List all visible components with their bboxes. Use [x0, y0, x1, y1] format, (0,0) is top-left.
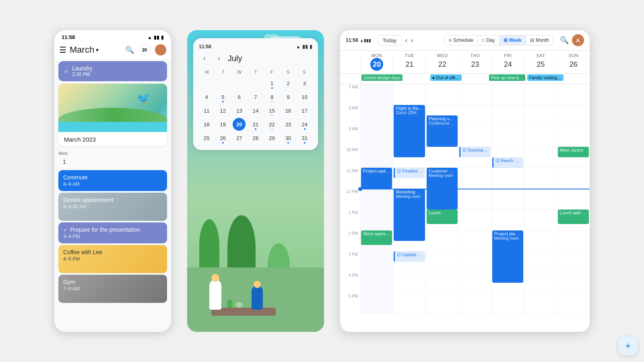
all-day-mon: Zürich design days [360, 74, 403, 84]
wcal-header: 11:58 ▲▮▮▮ Today ‹ › ≡ Schedule □ Day ⊞ … [340, 30, 590, 51]
wcal-day-sat[interactable]: SAT 25 [524, 51, 557, 73]
all-day-tue [403, 74, 429, 84]
battery-icon: ▮ [161, 35, 164, 40]
wcal-prev-btn[interactable]: ‹ [405, 36, 407, 45]
event-time: 8–9 AM [63, 181, 162, 187]
cal-day-8[interactable]: 8 [266, 90, 279, 103]
cal-day-5[interactable]: 5 [217, 90, 229, 103]
cal-day-24[interactable]: 24 [298, 118, 311, 131]
event-coffee[interactable]: Coffee with Lee 4–5 PM [58, 245, 167, 273]
cal-event-1[interactable]: Planning upd…Conference r… [427, 115, 458, 147]
cal-day-1[interactable]: 1 [266, 77, 279, 90]
cal-day-25[interactable]: 25 [200, 132, 213, 144]
event-dentist[interactable]: Dentist appointment 9–9:45 AM [58, 193, 167, 221]
date-icon[interactable]: 20 [139, 44, 150, 56]
wcal-day-mon[interactable]: MON 20 [360, 51, 393, 73]
event-time: 9–9:45 AM [63, 204, 162, 210]
cal-event-14[interactable]: Project plann…Meeting room [492, 230, 523, 283]
wcal-avatar[interactable]: A [572, 34, 584, 46]
cal-day-21[interactable]: 21 [249, 118, 262, 131]
wcal-day-tue[interactable]: TUE 21 [393, 51, 425, 73]
cal-day-7[interactable]: 7 [249, 90, 262, 103]
phone-mock: 11:58 ▲ ▮▮ ▮ ☰ March ▾ 🔍 20 ✓ Laundry 2:… [54, 30, 171, 332]
schedule-day-number: 1 [58, 156, 70, 168]
cal-event-11[interactable]: ☑ Reach out… [492, 157, 523, 168]
wcal-body[interactable]: 7 AM8 AM9 AM10 AM11 AM12 PM1 PM2 PM3 PM4… [340, 84, 590, 332]
cal-event-13[interactable]: Lunch with N… [558, 210, 589, 224]
cal-day-11[interactable]: 11 [200, 104, 213, 117]
wcal-search-icon[interactable]: 🔍 [560, 36, 569, 45]
wcal-day-thu[interactable]: THU 23 [458, 51, 491, 73]
phone-status-icons: ▲ ▮▮ ▮ [147, 35, 164, 40]
cal-day-9[interactable]: 9 [282, 90, 295, 103]
cal-day-29[interactable]: 29 [266, 132, 279, 144]
cal-day-16[interactable]: 16 [282, 104, 295, 117]
cal-day-27[interactable]: 27 [233, 132, 246, 144]
cal-day-13[interactable]: 13 [233, 104, 246, 117]
cal-day-4[interactable]: 4 [200, 90, 213, 103]
cal-day-20[interactable]: 20 [233, 118, 246, 131]
day-header-t: T [215, 70, 231, 74]
bird-decoration: 🐦 [135, 90, 153, 107]
cal-day-26[interactable]: 26 [217, 132, 229, 144]
wcal-month-btn[interactable]: ⊟ Month [526, 35, 553, 45]
tablet-wifi-icon: ▲ [296, 44, 301, 49]
wcal-today-btn[interactable]: Today [378, 35, 402, 46]
all-day-label [340, 74, 360, 84]
event-presentation[interactable]: ✓ Prepare for the presentation 3–4 PM [58, 222, 167, 243]
wcal-week-btn[interactable]: ⊞ Week [500, 35, 526, 45]
avatar[interactable] [155, 44, 166, 56]
cal-day-30[interactable]: 30 [282, 132, 295, 144]
cal-day-10[interactable]: 10 [298, 90, 311, 103]
all-day-event-out[interactable]: ● Out of offi… [430, 74, 462, 81]
wcal-next-btn[interactable]: › [411, 36, 413, 45]
wcal-day-btn[interactable]: □ Day [478, 35, 500, 45]
all-day-event-family[interactable]: Family visiting… [527, 74, 564, 81]
tablet-signal-icon: ▮▮ [302, 44, 308, 49]
wcal-day-wed[interactable]: WED 22 [426, 51, 458, 73]
cal-day-2[interactable]: 2 [282, 77, 295, 90]
event-commute[interactable]: Commute 8–9 AM [58, 170, 167, 191]
calendar-prev-btn[interactable]: ‹ [199, 53, 210, 64]
cal-event-7[interactable]: Lunch [427, 210, 458, 224]
cal-day-14[interactable]: 14 [249, 104, 262, 117]
calendar-next-btn[interactable]: › [213, 53, 225, 64]
cal-event-9[interactable]: ☑ Update sli… [394, 251, 425, 262]
cal-day-19[interactable]: 19 [217, 118, 229, 131]
wcal-view-buttons: ≡ Schedule □ Day ⊞ Week ⊟ Month [444, 35, 553, 45]
wcal-day-fri[interactable]: FRI 24 [491, 51, 524, 73]
search-icon[interactable]: 🔍 [125, 45, 134, 54]
event-gym[interactable]: Gym 7–9 AM [58, 275, 167, 303]
cal-day-18[interactable]: 18 [200, 118, 213, 131]
cal-day-22[interactable]: 22 [266, 118, 279, 131]
hamburger-icon[interactable]: ☰ [59, 45, 66, 55]
cal-day-23[interactable]: 23 [282, 118, 295, 131]
cal-event-3[interactable]: ☑ Finalize pr… [394, 168, 425, 178]
wcal-day-sun[interactable]: SUN 26 [557, 51, 590, 73]
cal-day-empty [217, 77, 229, 90]
cal-day-3[interactable]: 3 [298, 77, 311, 90]
cal-event-0[interactable]: Flight to Barc…Zürich ZRH [394, 105, 425, 157]
cal-event-10[interactable]: ☑ Summarize… [459, 147, 490, 157]
march-card[interactable]: 🐦 March 2023 [58, 84, 167, 146]
cal-day-28[interactable]: 28 [249, 132, 262, 144]
dropdown-icon[interactable]: ▾ [96, 47, 99, 53]
cal-event-8[interactable]: Store opening… [361, 230, 392, 245]
laundry-banner[interactable]: ✓ Laundry 2:30 PM [58, 61, 167, 81]
wcal-schedule-btn[interactable]: ≡ Schedule [445, 35, 478, 45]
cal-event-2[interactable]: Project upda… [361, 168, 392, 189]
cal-day-empty [249, 77, 262, 90]
cal-day-15[interactable]: 15 [266, 104, 279, 117]
cal-day-31[interactable]: 31 [298, 132, 311, 144]
time-label-9: 4 PM [340, 272, 360, 293]
cal-day-12[interactable]: 12 [217, 104, 229, 117]
events-overlay: Flight to Barc…Zürich ZRHPlanning upd…Co… [360, 84, 590, 314]
phone-header-icons: 🔍 20 [125, 44, 166, 56]
cal-event-5[interactable]: ☑ Prepare w… [427, 178, 458, 189]
all-day-event-zurich[interactable]: Zürich design days [361, 74, 402, 81]
cal-day-17[interactable]: 17 [298, 104, 311, 117]
cal-day-6[interactable]: 6 [233, 90, 246, 103]
cal-event-6[interactable]: Marketing wo…Meeting room [394, 189, 425, 241]
cal-event-12[interactable]: Meet Janice [558, 147, 589, 157]
all-day-event-pickup[interactable]: Pick up new b… [489, 74, 525, 81]
